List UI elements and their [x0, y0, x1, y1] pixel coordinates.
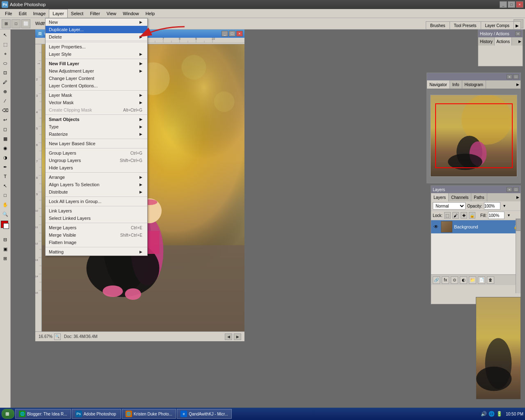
- layer-background-row[interactable]: 👁 Background 🔒: [431, 220, 520, 233]
- info-tab[interactable]: Info: [450, 80, 462, 89]
- menu-item-hide-layers[interactable]: Hide Layers: [46, 164, 147, 171]
- zoom-menu-button[interactable]: 🔍: [54, 333, 61, 340]
- heal-tool[interactable]: ⊕: [1, 87, 10, 96]
- menu-window[interactable]: Window: [120, 9, 142, 18]
- menu-item-new-slice[interactable]: New Layer Based Slice: [46, 140, 147, 147]
- layers-scrollbar[interactable]: [516, 219, 520, 293]
- menu-filter[interactable]: Filter: [87, 9, 103, 18]
- nav-panel-max[interactable]: □: [513, 74, 519, 79]
- tool-option-3[interactable]: ⬜: [21, 19, 30, 28]
- shape-tool[interactable]: □: [1, 191, 10, 200]
- menu-item-change-content[interactable]: Change Layer Content: [46, 75, 147, 82]
- taskbar-blogger[interactable]: 🌐 Blogger: The Idea R...: [15, 409, 71, 419]
- pen-tool[interactable]: ✒: [1, 162, 10, 171]
- blur-tool[interactable]: ◉: [1, 144, 10, 153]
- delete-layer-btn[interactable]: 🗑: [487, 276, 494, 284]
- menu-item-align-layers[interactable]: Align Layers To Selection ▶: [46, 181, 147, 188]
- menu-item-group-layers[interactable]: Group Layers Ctrl+G: [46, 149, 147, 157]
- marquee-tool[interactable]: ⬚: [1, 40, 10, 49]
- photo-window-maximize[interactable]: □: [229, 31, 235, 37]
- extra-tools-btn[interactable]: ⊞: [1, 254, 10, 263]
- brush-tool[interactable]: ∕: [1, 96, 10, 105]
- text-tool[interactable]: T: [1, 172, 10, 181]
- add-mask-btn[interactable]: ⊙: [451, 276, 458, 284]
- opacity-arrow[interactable]: ▼: [502, 202, 507, 210]
- brushes-tab[interactable]: Brushes: [426, 22, 450, 29]
- layers-tab[interactable]: Layers: [431, 193, 449, 201]
- menu-image[interactable]: Image: [30, 9, 49, 18]
- menu-item-flatten[interactable]: Flatten Image: [46, 239, 147, 246]
- fill-input[interactable]: [488, 212, 504, 219]
- minimize-button[interactable]: _: [500, 1, 507, 8]
- history-panel-menu[interactable]: ▶: [517, 37, 523, 46]
- menu-help[interactable]: Help: [142, 9, 158, 18]
- menu-item-new-adj[interactable]: New Adjustment Layer ▶: [46, 67, 147, 75]
- move-tool[interactable]: ↖: [1, 30, 10, 39]
- menu-item-delete[interactable]: Delete ▶: [46, 33, 147, 41]
- menu-item-matting[interactable]: Matting ▶: [46, 248, 147, 256]
- lock-move-btn[interactable]: ✚: [461, 212, 467, 219]
- nav-panel-close[interactable]: ×: [507, 74, 512, 79]
- screen-mode-btn[interactable]: ▣: [1, 244, 10, 253]
- scroll-left-btn[interactable]: ◀: [225, 333, 232, 340]
- menu-select[interactable]: Select: [68, 9, 87, 18]
- fill-arrow[interactable]: ▼: [506, 212, 511, 219]
- photo-window-close[interactable]: ×: [236, 31, 243, 37]
- menu-item-arrange[interactable]: Arrange ▶: [46, 173, 147, 181]
- lock-transparent-btn[interactable]: ⬚: [444, 212, 451, 219]
- layers-panel-max[interactable]: □: [513, 187, 519, 192]
- layers-scroll-thumb[interactable]: [516, 219, 521, 231]
- menu-item-layer-content-opts[interactable]: Layer Content Options...: [46, 82, 147, 89]
- layers-panel-close[interactable]: ×: [507, 187, 512, 192]
- quick-mask-btn[interactable]: ⊟: [1, 235, 10, 244]
- nav-panel-menu[interactable]: ▶: [515, 80, 520, 89]
- menu-view[interactable]: View: [103, 9, 120, 18]
- menu-item-ungroup-layers[interactable]: Ungroup Layers Shift+Ctrl+G: [46, 157, 147, 164]
- fx-btn[interactable]: fx: [442, 276, 449, 284]
- history-panel-close[interactable]: ×: [515, 31, 521, 36]
- menu-item-link-layers[interactable]: Link Layers: [46, 207, 147, 215]
- new-layer-btn[interactable]: 📄: [478, 276, 485, 284]
- panel-menu-button[interactable]: ▶: [514, 22, 520, 29]
- close-button[interactable]: ×: [516, 1, 523, 8]
- menu-item-rasterize[interactable]: Rasterize ▶: [46, 130, 147, 138]
- history-tab[interactable]: History: [478, 37, 495, 46]
- menu-item-merge-layers[interactable]: Merge Layers Ctrl+E: [46, 224, 147, 231]
- menu-item-smart-objects[interactable]: Smart Objects ▶: [46, 116, 147, 123]
- eyedropper-tool[interactable]: 🖉: [1, 78, 10, 87]
- tool-option-2[interactable]: □: [11, 19, 21, 28]
- crop-tool[interactable]: ⊡: [1, 68, 10, 77]
- adj-layer-btn[interactable]: ◐: [460, 276, 467, 284]
- menu-item-layer-mask[interactable]: Layer Mask ▶: [46, 91, 147, 99]
- menu-edit[interactable]: Edit: [16, 9, 30, 18]
- menu-item-layer-props[interactable]: Layer Properties...: [46, 43, 147, 50]
- group-btn[interactable]: 📁: [469, 276, 476, 284]
- menu-item-duplicate[interactable]: Duplicate Layer...: [46, 26, 147, 33]
- lasso-tool[interactable]: ⌖: [1, 49, 10, 58]
- layer-comps-tab[interactable]: Layer Comps: [481, 22, 514, 29]
- menu-file[interactable]: File: [2, 9, 16, 18]
- maximize-button[interactable]: □: [508, 1, 515, 8]
- gradient-tool[interactable]: ▦: [1, 134, 10, 143]
- scroll-right-btn[interactable]: ▶: [234, 333, 241, 340]
- clone-tool[interactable]: ⌫: [1, 106, 10, 115]
- histogram-tab[interactable]: Histogram: [462, 80, 486, 89]
- menu-item-lock-all[interactable]: Lock All Layers in Group...: [46, 198, 147, 205]
- lock-image-btn[interactable]: 🖌: [452, 212, 459, 219]
- menu-item-vector-mask[interactable]: Vector Mask ▶: [46, 99, 147, 106]
- hand-tool[interactable]: ✋: [1, 200, 10, 209]
- menu-item-new-fill[interactable]: New Fill Layer ▶: [46, 60, 147, 67]
- channels-tab[interactable]: Channels: [449, 193, 471, 201]
- quick-select-tool[interactable]: ⬭: [1, 59, 10, 68]
- menu-layer[interactable]: Layer: [49, 9, 68, 18]
- start-button[interactable]: ⊞: [2, 409, 14, 419]
- background-color[interactable]: [3, 223, 9, 229]
- menu-item-new[interactable]: New ▶: [46, 18, 147, 26]
- taskbar-photoshop[interactable]: Ps Adobe Photoshop: [72, 409, 121, 419]
- layers-panel-menu[interactable]: ▶: [515, 193, 520, 201]
- tool-presets-tab[interactable]: Tool Presets: [450, 22, 481, 29]
- path-select-tool[interactable]: ↖: [1, 181, 10, 190]
- tool-option-1[interactable]: ⊞: [2, 19, 11, 28]
- menu-item-distribute[interactable]: Distribute ▶: [46, 188, 147, 196]
- menu-item-layer-style[interactable]: Layer Style ▶: [46, 50, 147, 58]
